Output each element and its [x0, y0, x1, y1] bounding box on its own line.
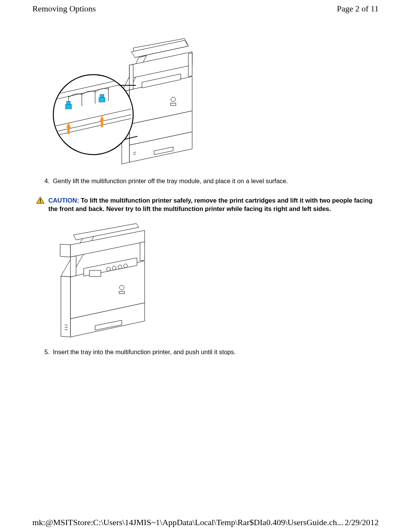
svg-rect-17	[99, 97, 105, 102]
svg-rect-15	[65, 104, 72, 109]
svg-point-0	[171, 97, 175, 102]
caution-text: CAUTION: To lift the multifunction print…	[48, 196, 375, 213]
page-header: Removing Options Page 2 of 11	[0, 0, 411, 14]
printer-with-tray-illustration	[48, 33, 204, 170]
svg-point-25	[112, 266, 116, 270]
header-title: Removing Options	[32, 4, 96, 14]
header-page-number: Page 2 of 11	[337, 4, 379, 14]
step-item: Gently lift the multifunction printer of…	[51, 177, 375, 185]
svg-point-4	[53, 75, 133, 155]
svg-rect-23	[89, 270, 101, 276]
printer-standalone-illustration	[49, 223, 152, 341]
svg-rect-18	[100, 94, 104, 97]
caution-block: CAUTION: To lift the multifunction print…	[36, 196, 375, 213]
footer-date: 2/29/2012	[345, 518, 379, 527]
warning-icon	[36, 197, 45, 204]
footer-path: mk:@MSITStore:C:\Users\14JMIS~1\AppData\…	[32, 518, 343, 527]
svg-rect-16	[67, 101, 70, 104]
page-footer: mk:@MSITStore:C:\Users\14JMIS~1\AppData\…	[32, 518, 379, 527]
caution-body: To lift the multifunction printer safely…	[48, 197, 373, 212]
svg-point-26	[118, 265, 122, 269]
svg-point-24	[107, 267, 110, 271]
svg-rect-1	[170, 103, 176, 105]
svg-rect-29	[119, 291, 124, 294]
svg-point-22	[40, 202, 41, 203]
step-list: Gently lift the multifunction printer of…	[36, 177, 375, 185]
page-content: Gently lift the multifunction printer of…	[0, 14, 411, 356]
svg-point-27	[124, 264, 127, 268]
step-list-2: Insert the tray into the multifunction p…	[36, 348, 375, 356]
caution-label: CAUTION:	[48, 197, 79, 204]
step-item: Insert the tray into the multifunction p…	[51, 348, 375, 356]
svg-point-28	[119, 285, 124, 290]
